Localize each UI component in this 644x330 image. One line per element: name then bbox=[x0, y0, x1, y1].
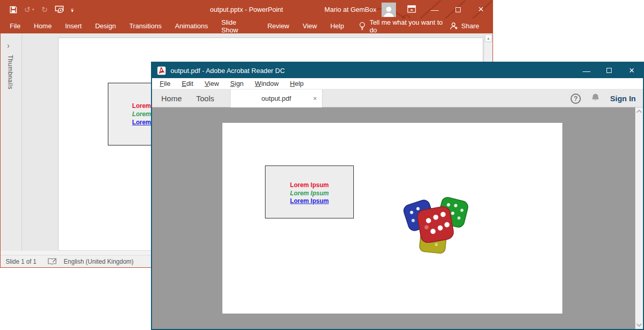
minimize-button[interactable]: — bbox=[575, 63, 598, 78]
sign-in-button[interactable]: Sign In bbox=[610, 94, 636, 103]
acrobat-app-icon bbox=[157, 66, 166, 75]
start-slideshow-button[interactable] bbox=[55, 6, 64, 13]
proofing-book-icon bbox=[48, 258, 56, 265]
pdf-lorem-line-red: Lorem Ipsum bbox=[266, 181, 353, 190]
close-button[interactable]: × bbox=[620, 63, 643, 78]
undo-icon: ↺ bbox=[24, 6, 31, 13]
acrobat-window: output.pdf - Adobe Acrobat Reader DC — ×… bbox=[151, 62, 644, 330]
qat-more-icon: ▾ bbox=[71, 10, 73, 12]
maximize-button[interactable] bbox=[446, 1, 469, 19]
avatar-person-icon bbox=[383, 6, 395, 17]
slide-counter[interactable]: Slide 1 of 1 bbox=[6, 258, 36, 265]
tab-home[interactable]: Home bbox=[27, 19, 59, 33]
notifications-button[interactable] bbox=[591, 93, 600, 104]
proofing-status-button[interactable] bbox=[48, 258, 56, 265]
tab-close-icon[interactable]: × bbox=[313, 89, 317, 107]
acrobat-window-title: output.pdf - Adobe Acrobat Reader DC bbox=[171, 67, 285, 75]
ribbon-display-options-button[interactable] bbox=[407, 5, 416, 14]
tab-design[interactable]: Design bbox=[88, 19, 122, 33]
close-button[interactable]: × bbox=[469, 1, 493, 19]
tab-file[interactable]: File bbox=[1, 19, 27, 33]
pdf-vertical-scrollbar[interactable] bbox=[635, 107, 643, 329]
tab-transitions[interactable]: Transitions bbox=[123, 19, 168, 33]
minimize-button[interactable]: — bbox=[423, 1, 446, 19]
share-label: Share bbox=[461, 22, 479, 30]
scroll-up-chevron-icon[interactable] bbox=[635, 109, 643, 113]
scroll-down-chevron-icon[interactable] bbox=[635, 323, 643, 327]
save-icon bbox=[10, 6, 17, 13]
tab-insert[interactable]: Insert bbox=[59, 19, 89, 33]
thumbnails-pane-label: Thumbnails bbox=[7, 55, 14, 89]
pdf-document-area: Lorem Ipsum Lorem Ipsum Lorem Ipsum bbox=[152, 107, 643, 329]
customize-qat-button[interactable]: – ▾ bbox=[71, 8, 73, 12]
acrobat-menubar: File Edit View Sign Window Help bbox=[152, 78, 643, 89]
thumbnails-expand-chevron-icon[interactable]: › bbox=[7, 41, 9, 50]
pdf-text-frame: Lorem Ipsum Lorem Ipsum Lorem Ipsum bbox=[265, 166, 354, 218]
powerpoint-ribbon-tabs: File Home Insert Design Transitions Anim… bbox=[1, 19, 493, 33]
share-person-icon bbox=[450, 22, 458, 30]
tab-review[interactable]: Review bbox=[261, 19, 296, 33]
undo-button[interactable]: ↺ ▾ bbox=[24, 6, 34, 13]
quick-access-toolbar: ↺ ▾ ↻ – ▾ bbox=[10, 6, 73, 13]
menu-file[interactable]: File bbox=[154, 80, 176, 87]
tab-view[interactable]: View bbox=[296, 19, 324, 33]
scroll-up-icon[interactable]: ▲ bbox=[485, 34, 492, 42]
account-avatar[interactable] bbox=[382, 3, 396, 17]
lightbulb-icon bbox=[359, 22, 366, 30]
bell-icon bbox=[591, 93, 600, 102]
powerpoint-titlebar: ↺ ▾ ↻ – ▾ output.pptx - PowerPoint bbox=[1, 1, 493, 19]
maximize-icon bbox=[607, 68, 612, 73]
acrobat-tabbar: Home Tools output.pdf × ? Sign In bbox=[152, 89, 643, 107]
thumbnails-pane: › Thumbnails bbox=[1, 33, 22, 251]
pdf-page: Lorem Ipsum Lorem Ipsum Lorem Ipsum bbox=[222, 123, 562, 314]
acrobat-titlebar: output.pdf - Adobe Acrobat Reader DC — × bbox=[152, 63, 643, 78]
tab-slideshow[interactable]: Slide Show bbox=[215, 19, 261, 33]
document-tab-label: output.pdf bbox=[261, 95, 291, 102]
redo-button[interactable]: ↻ bbox=[42, 6, 48, 13]
tab-help[interactable]: Help bbox=[324, 19, 351, 33]
nav-home[interactable]: Home bbox=[161, 89, 182, 107]
help-icon: ? bbox=[574, 95, 578, 102]
language-status[interactable]: English (United Kingdom) bbox=[64, 258, 134, 265]
tell-me-label: Tell me what you want to do bbox=[370, 19, 450, 34]
share-button[interactable]: Share bbox=[450, 22, 479, 30]
save-button[interactable] bbox=[10, 6, 17, 13]
redo-icon: ↻ bbox=[42, 6, 48, 13]
undo-dropdown-icon: ▾ bbox=[32, 8, 34, 12]
tabbar-right-cluster: ? Sign In bbox=[571, 89, 636, 107]
help-button[interactable]: ? bbox=[571, 94, 581, 104]
menu-window[interactable]: Window bbox=[249, 80, 284, 87]
nav-tools[interactable]: Tools bbox=[196, 89, 214, 107]
account-name[interactable]: Mario at GemBox bbox=[325, 6, 376, 13]
menu-edit[interactable]: Edit bbox=[176, 80, 199, 87]
pdf-lorem-line-green: Lorem Ipsum bbox=[266, 190, 353, 198]
tell-me-search[interactable]: Tell me what you want to do bbox=[359, 19, 450, 34]
menu-view[interactable]: View bbox=[199, 80, 224, 87]
maximize-button[interactable] bbox=[598, 63, 620, 78]
titlebar-right-cluster: Mario at GemBox — × bbox=[325, 1, 493, 19]
maximize-icon bbox=[456, 7, 461, 12]
document-tab[interactable]: output.pdf × bbox=[230, 89, 323, 107]
menu-sign[interactable]: Sign bbox=[224, 80, 249, 87]
dice-image bbox=[400, 195, 471, 254]
menu-help[interactable]: Help bbox=[285, 80, 310, 87]
ribbon-display-icon bbox=[407, 5, 416, 13]
acrobat-window-controls: — × bbox=[575, 63, 643, 78]
slideshow-icon bbox=[55, 6, 64, 13]
tab-animations[interactable]: Animations bbox=[168, 19, 215, 33]
pdf-lorem-link[interactable]: Lorem Ipsum bbox=[266, 197, 353, 206]
